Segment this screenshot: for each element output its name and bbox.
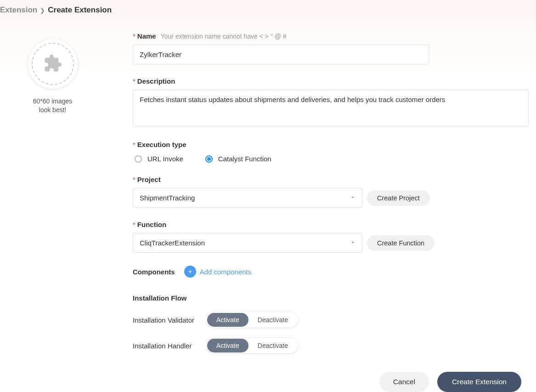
upload-drop-circle [32,43,74,85]
installation-handler-toggle: Activate Deactivate [206,338,298,353]
project-label: *Project [133,176,161,183]
breadcrumb: Extension ❯ Create Extension [0,0,536,18]
extension-icon-uploader[interactable] [28,39,78,89]
cancel-button[interactable]: Cancel [379,372,429,392]
radio-url-invoke[interactable]: URL Invoke [133,155,183,163]
plus-icon [184,266,196,278]
validator-activate-button[interactable]: Activate [207,313,248,327]
function-label: *Function [133,221,166,228]
handler-activate-button[interactable]: Activate [207,339,248,352]
description-input[interactable]: Fetches instant status updates about shi… [133,90,529,126]
project-select[interactable] [133,188,362,208]
validator-deactivate-button[interactable]: Deactivate [248,313,297,327]
handler-deactivate-button[interactable]: Deactivate [248,339,297,352]
installation-handler-label: Installation Handler [133,342,206,350]
breadcrumb-parent[interactable]: Extension [0,6,37,15]
chevron-right-icon: ❯ [40,7,45,14]
execution-type-label: *Execution type [133,141,186,148]
name-input[interactable] [133,45,429,64]
create-project-button[interactable]: Create Project [367,190,430,206]
name-hint: Your extension name cannot have < > " @ … [161,33,287,40]
installation-validator-label: Installation Validator [133,316,206,324]
upload-hint: 60*60 images look best! [33,97,73,114]
name-label: *Name Your extension name cannot have < … [133,32,287,40]
installation-flow-title: Installation Flow [133,294,529,302]
create-extension-button[interactable]: Create Extension [437,372,521,392]
puzzle-piece-icon [43,54,62,74]
add-components-button[interactable]: Add components [184,266,252,278]
create-function-button[interactable]: Create Function [367,235,434,251]
function-select[interactable] [133,233,362,253]
radio-catalyst-function[interactable]: Catalyst Function [203,155,271,163]
breadcrumb-current: Create Extension [48,6,112,15]
installation-validator-toggle: Activate Deactivate [206,312,298,328]
description-label: *Description [133,77,175,85]
components-label: Components [133,268,175,276]
